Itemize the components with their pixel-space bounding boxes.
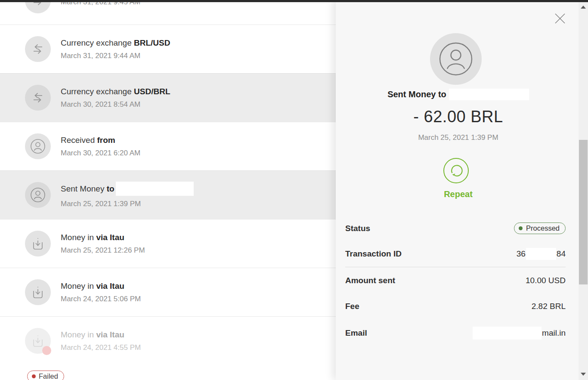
- top-dark-bar: [0, 0, 588, 2]
- transaction-title: Money in via Itau: [61, 281, 141, 291]
- list-item[interactable]: Currency exchange BRL/USD March 31, 2021…: [0, 25, 336, 73]
- list-item[interactable]: Money in via Itau March 24, 2021 5:06 PM: [0, 268, 336, 316]
- detail-divider: [345, 267, 566, 267]
- transaction-date: March 24, 2021 5:06 PM: [61, 295, 141, 303]
- status-value: Processed: [526, 224, 560, 232]
- amount-sent-value: 10.00 USD: [526, 276, 566, 285]
- amount-sent-label: Amount sent: [345, 276, 395, 285]
- email-row: Email mail.in: [345, 327, 566, 340]
- transaction-date: March 31, 2021 9:44 AM: [61, 52, 170, 60]
- person-icon: [25, 133, 51, 159]
- list-item[interactable]: Currency exchange USD/BRL March 30, 2021…: [0, 73, 336, 122]
- transaction-date: March 25, 2021 12:26 PM: [61, 246, 145, 255]
- money-in-icon: [25, 231, 51, 256]
- list-item[interactable]: Money in via Itau March 25, 2021 12:26 P…: [0, 219, 336, 268]
- transaction-title: Sent Money to: [61, 182, 194, 196]
- transaction-title: Money in via Itau: [61, 233, 145, 242]
- money-in-icon: [25, 328, 51, 354]
- redacted-recipient-name: [116, 182, 194, 196]
- transaction-list: March 31, 2021 9:45 AM Currency exchange…: [0, 0, 336, 380]
- recipient-avatar: [430, 33, 482, 85]
- money-in-icon: [25, 279, 51, 305]
- failed-indicator-dot: [42, 346, 51, 355]
- transaction-date: March 24, 2021 4:55 PM: [61, 343, 141, 352]
- list-item[interactable]: Money in via Itau March 24, 2021 4:55 PM: [0, 316, 336, 365]
- transaction-datetime: March 25, 2021 1:39 PM: [336, 133, 581, 142]
- transaction-title: Currency exchange BRL/USD: [61, 38, 170, 48]
- currency-exchange-icon: [25, 85, 51, 111]
- transaction-title: Received from: [61, 136, 140, 145]
- transaction-title: Money in via Itau: [61, 330, 141, 340]
- transaction-date: March 30, 2021 6:20 AM: [61, 149, 140, 158]
- failed-status-badge: Failed: [27, 371, 64, 380]
- person-icon: [25, 182, 51, 208]
- repeat-button[interactable]: Repeat: [336, 189, 581, 199]
- transaction-id-value: 3684: [517, 248, 566, 260]
- transaction-date: March 30, 2021 8:54 AM: [61, 100, 170, 109]
- scrollbar[interactable]: [579, 0, 588, 380]
- status-row: Status Processed: [345, 222, 566, 234]
- transaction-title: Currency exchange USD/BRL: [61, 87, 170, 96]
- redacted-transaction-id: [526, 248, 556, 260]
- list-item[interactable]: Sent Money to March 25, 2021 1:39 PM: [0, 170, 336, 219]
- amount-sent-row: Amount sent 10.00 USD: [345, 276, 566, 285]
- transaction-amount: - 62.00 BRL: [336, 108, 581, 126]
- fee-row: Fee 2.82 BRL: [345, 302, 566, 311]
- transaction-date: March 25, 2021 1:39 PM: [61, 200, 194, 208]
- failed-badge-label: Failed: [39, 372, 58, 380]
- email-value: mail.in: [473, 327, 566, 340]
- panel-title: Sent Money to: [336, 89, 581, 100]
- redacted-recipient-name: [449, 89, 529, 100]
- list-item[interactable]: Received from March 30, 2021 6:20 AM: [0, 122, 336, 170]
- failed-dot-icon: [32, 374, 36, 378]
- status-label: Status: [345, 224, 370, 233]
- email-label: Email: [345, 328, 367, 338]
- fee-label: Fee: [345, 302, 359, 311]
- scroll-up-arrow-icon[interactable]: [581, 6, 586, 9]
- transaction-detail-panel: Sent Money to - 62.00 BRL March 25, 2021…: [336, 0, 581, 380]
- status-badge: Processed: [514, 222, 566, 234]
- transactions-page: March 31, 2021 9:45 AM Currency exchange…: [0, 0, 588, 380]
- scroll-down-arrow-icon[interactable]: [581, 373, 586, 376]
- transaction-id-row: Transaction ID 3684: [345, 248, 566, 260]
- currency-exchange-icon: [25, 36, 51, 62]
- scrollbar-thumb[interactable]: [579, 140, 588, 284]
- transaction-id-label: Transaction ID: [345, 249, 402, 259]
- close-icon[interactable]: [554, 13, 566, 24]
- list-item[interactable]: March 31, 2021 9:45 AM: [0, 0, 336, 25]
- repeat-icon[interactable]: [443, 158, 469, 184]
- redacted-email: [473, 327, 542, 340]
- status-dot-icon: [519, 226, 523, 230]
- fee-value: 2.82 BRL: [532, 302, 566, 311]
